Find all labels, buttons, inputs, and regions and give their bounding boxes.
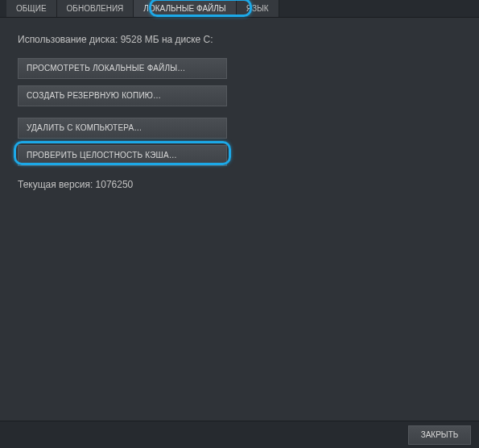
browse-local-files-button[interactable]: ПРОСМОТРЕТЬ ЛОКАЛЬНЫЕ ФАЙЛЫ… (18, 58, 227, 79)
delete-from-computer-button[interactable]: УДАЛИТЬ С КОМПЬЮТЕРА… (18, 118, 227, 139)
current-version-label: Текущая версия: 1076250 (18, 179, 461, 190)
close-button[interactable]: ЗАКРЫТЬ (408, 425, 471, 445)
disk-usage-label: Использование диска: 9528 МБ на диске C: (18, 34, 461, 45)
content-panel: Использование диска: 9528 МБ на диске C:… (0, 18, 479, 421)
tabs-bar: ОБЩИЕ ОБНОВЛЕНИЯ ЛОКАЛЬНЫЕ ФАЙЛЫ ЯЗЫК (0, 0, 479, 18)
verify-cache-integrity-button[interactable]: ПРОВЕРИТЬ ЦЕЛОСТНОСТЬ КЭША… (18, 145, 227, 166)
footer-bar: ЗАКРЫТЬ (0, 421, 479, 448)
tab-updates[interactable]: ОБНОВЛЕНИЯ (57, 0, 134, 17)
tab-general[interactable]: ОБЩИЕ (6, 0, 57, 17)
tab-language[interactable]: ЯЗЫК (237, 0, 279, 17)
create-backup-button[interactable]: СОЗДАТЬ РЕЗЕРВНУЮ КОПИЮ… (18, 85, 227, 106)
tab-local-files[interactable]: ЛОКАЛЬНЫЕ ФАЙЛЫ (134, 0, 236, 17)
